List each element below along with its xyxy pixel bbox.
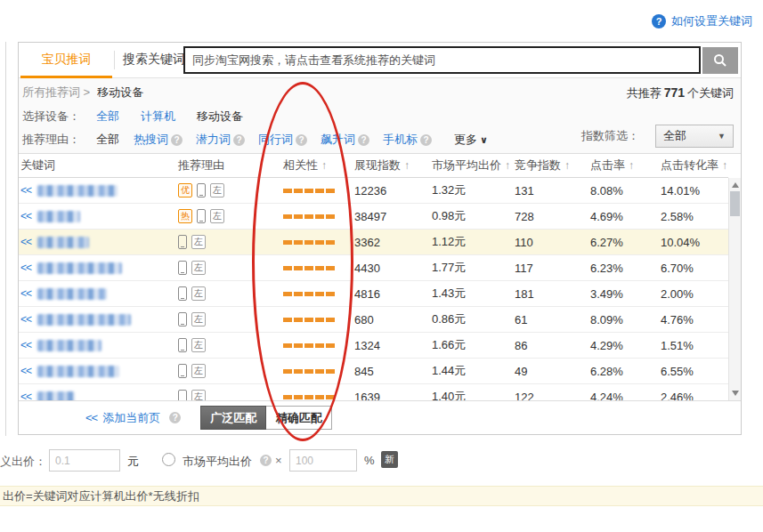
column-header[interactable]: 点击率↑ [580,157,645,173]
add-keyword-button[interactable]: << [20,184,31,197]
notice-bar: 出价=关键词对应计算机出价*无线折扣 [0,486,763,506]
relevance-bar-segment [304,240,313,245]
search-icon [713,53,727,68]
table-row[interactable]: << 左 845 1.44元 49 6.28% 6.55% [19,359,728,384]
help-link[interactable]: ? 如何设置关键词 [652,13,752,29]
table-row[interactable]: << 热 左 38497 0.98元 728 4.69% 2.58% [19,204,728,230]
search-button[interactable] [702,47,738,74]
reason-option[interactable]: 同行词? [258,132,307,148]
scrollbar-thumb[interactable] [730,191,740,216]
sort-asc-icon[interactable]: ↑ [629,159,634,172]
more-filters[interactable]: 更多∨ [454,132,488,148]
device-filter-label: 选择设备： [22,109,80,125]
index-filter-select[interactable]: 全部 ▼ [655,125,734,148]
column-header: 关键词 [19,157,173,173]
percentage-input[interactable] [289,449,357,472]
sort-asc-icon[interactable]: ↑ [722,159,727,172]
search-input[interactable] [183,46,701,74]
relevance-bar-segment [294,266,303,270]
column-header[interactable]: 展现指数↑ [351,157,428,173]
sort-asc-icon[interactable]: ↑ [505,159,510,172]
phone-icon [178,390,187,400]
reason-option-all[interactable]: 全部 [96,132,119,148]
breadcrumb: 所有推荐词 > 移动设备 [22,85,143,101]
avg-price-value: 1.77元 [428,260,511,276]
question-circle-icon[interactable]: ? [420,134,432,146]
filter-area: 所有推荐词 > 移动设备 共推荐771个关键词 选择设备： 全部计算机移动设备 … [19,78,741,154]
add-keyword-button[interactable]: << [20,391,31,400]
reason-badge: 优 [178,183,192,197]
table-row[interactable]: << 左 680 0.86元 61 8.09% 4.76% [19,307,728,333]
add-current-page-link[interactable]: << 添加当前页 ? [85,410,181,426]
tab-product-keywords[interactable]: 宝贝推词 [20,43,112,76]
table-scrollbar[interactable] [728,178,741,400]
sort-asc-icon[interactable]: ↑ [564,159,570,172]
add-keyword-button[interactable]: << [20,313,31,326]
reason-option[interactable]: 手机标? [383,132,432,148]
add-keyword-button[interactable]: << [20,210,31,222]
table-row[interactable]: << 优 左 12236 1.32元 131 8.08% 14.01% [19,178,728,204]
broad-match-button[interactable]: 广泛匹配 [200,406,266,430]
display-index-value: 4816 [351,287,428,301]
exact-match-button[interactable]: 精确匹配 [266,406,332,430]
table-row[interactable]: << 左 3362 1.12元 110 6.27% 10.04% [19,230,728,255]
reason-option[interactable]: 飙升词? [321,132,369,148]
add-keyword-button[interactable]: << [20,287,31,300]
question-circle-icon[interactable]: ? [169,412,181,423]
column-header[interactable]: 市场平均出价↑ [428,157,511,173]
keyword-cell: << [19,287,173,300]
scroll-down-arrow-icon[interactable] [732,391,739,396]
reason-option-link[interactable]: 飙升词 [321,132,355,148]
reason-cell: 左 [173,312,266,326]
sort-asc-icon[interactable]: ↑ [404,159,410,172]
add-keyword-button[interactable]: << [20,365,31,377]
add-keyword-button[interactable]: << [20,262,31,274]
ctr-value: 6.28% [580,365,645,378]
relevance-bar-segment [326,343,335,348]
add-page-label: 添加当前页 [102,410,160,426]
phone-icon [178,338,187,352]
reason-option-link[interactable]: 手机标 [383,132,418,148]
relevance-bar-segment [283,369,292,374]
table-row[interactable]: << 左 4430 1.77元 117 6.23% 6.70% [19,255,728,281]
add-keyword-button[interactable]: << [20,236,31,248]
table-row[interactable]: << 左 1324 1.66元 86 4.29% 1.51% [19,333,728,359]
sort-asc-icon[interactable]: ↑ [321,159,327,172]
cvr-value: 4.76% [645,313,728,326]
relevance-bar-segment [294,318,303,322]
reason-option-link[interactable]: 潜力词 [196,132,231,148]
question-circle-icon[interactable]: ? [260,455,272,466]
avg-price-value: 1.66元 [428,337,511,353]
add-keyword-button[interactable]: << [20,339,31,351]
column-header[interactable]: 点击转化率↑ [645,157,728,173]
device-option[interactable]: 计算机 [141,109,175,125]
device-option[interactable]: 全部 [96,109,119,125]
index-filter-label: 指数筛选： [581,128,639,144]
question-circle-icon[interactable]: ? [296,134,307,146]
avg-price-value: 1.44元 [428,363,511,379]
reason-cell: 左 [173,338,266,352]
column-header-label: 展现指数 [354,157,401,173]
table-row[interactable]: << 左 1639 1.40元 122 4.24% 2.46% [19,384,728,400]
market-average-radio[interactable] [162,453,175,466]
bid-amount-input[interactable] [49,449,120,472]
table-row[interactable]: << 左 4816 1.43元 181 3.49% 2.00% [19,281,728,307]
reason-option[interactable]: 潜力词? [196,132,245,148]
question-circle-icon[interactable]: ? [233,134,245,146]
device-option[interactable]: 移动设备 [197,109,243,125]
reason-option[interactable]: 热搜词? [134,132,183,148]
reason-option-link[interactable]: 同行词 [258,132,293,148]
question-circle-icon[interactable]: ? [358,134,369,146]
left-position-badge: 左 [191,286,206,301]
breadcrumb-parent[interactable]: 所有推荐词 > [22,85,90,101]
column-header[interactable]: 相关性↑ [266,157,351,173]
relevance-bar-segment [283,266,292,270]
blurred-keyword [37,314,131,326]
relevance-bar-segment [304,189,313,193]
tab-search-keywords[interactable]: 搜索关键词 [115,43,193,76]
scroll-up-arrow-icon[interactable] [732,182,739,188]
table-footer: << 添加当前页 ? 广泛匹配 精确匹配 [19,400,741,434]
reason-option-link[interactable]: 热搜词 [134,132,168,148]
column-header[interactable]: 竞争指数↑ [511,157,580,173]
question-circle-icon[interactable]: ? [171,134,183,146]
